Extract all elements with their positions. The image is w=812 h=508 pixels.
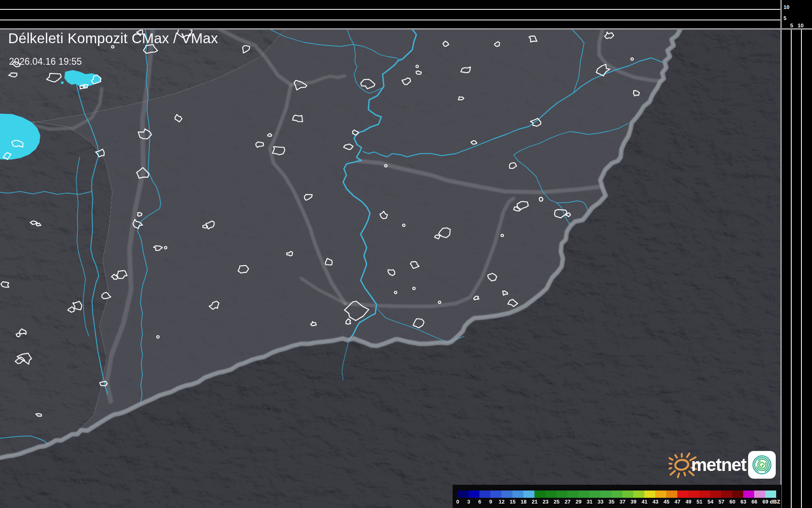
panel-divider-vertical [780,0,782,508]
dbz-color-cell [479,490,490,498]
dbz-tick-label: 9 [485,499,496,505]
dbz-tick-label: 21 [529,499,540,505]
dbz-color-cell [490,490,501,498]
metnet-logo-text: metnet [691,455,747,475]
dbz-tick-label: 35 [606,499,617,505]
hills-west [0,122,112,458]
dbz-color-cell [512,490,523,498]
dbz-tick-label: 49 [683,499,694,505]
dbz-color-cell [699,490,710,498]
dbz-color-cell [589,490,600,498]
dbz-color-cell [666,490,677,498]
dbz-tick-label: 0 [452,499,463,505]
timestamp: 2026.04.16 19:55 [9,56,82,67]
dbz-tick-label: 23 [540,499,551,505]
dbz-color-cell [501,490,512,498]
spiral-logo-badge [748,451,776,479]
dbz-tick-label: 27 [562,499,573,505]
dbz-color-cell [710,490,721,498]
height-gridline-5km-top [0,20,781,20]
dbz-tick-label: 25 [551,499,562,505]
dbz-tick-label: 41 [639,499,650,505]
dbz-color-cell [633,490,644,498]
dbz-tick-label: 47 [672,499,683,505]
dbz-color-cell [721,490,732,498]
dbz-tick-label: 12 [496,499,507,505]
dbz-color-cell [677,490,688,498]
dbz-color-cell [457,490,468,498]
right-height-projection-panel [782,0,812,508]
height-scale-label-10: 10 [784,4,789,10]
dbz-tick-label: 69 [760,499,771,505]
dbz-color-cell [523,490,534,498]
dbz-color-cell [732,490,743,498]
dbz-color-cell [534,490,545,498]
dbz-tick-label: 37 [617,499,628,505]
dbz-color-cell [600,490,611,498]
radar-composite-app: 10 5 5 10 Délkeleti Kompozit CMax / VMax… [0,0,812,508]
dbz-tick-label: 18 [518,499,529,505]
height-gridline-10km-top [0,9,781,10]
dbz-color-cell [622,490,633,498]
page-title: Délkeleti Kompozit CMax / VMax [8,30,218,46]
height-gridline-5km-right [791,29,792,508]
dbz-colorbar: dBZ 036912151821232527293133353739414345… [453,485,781,508]
dbz-color-cell [644,490,655,498]
metnet-logo: metnet [669,449,750,479]
dbz-tick-label: 63 [738,499,749,505]
height-scale-label-5: 5 [784,15,786,21]
height-scale-label-10-h: 10 [796,23,805,28]
dbz-tick-label: 57 [716,499,727,505]
dbz-tick-label: 31 [584,499,595,505]
dbz-tick-label: 60 [727,499,738,505]
dbz-color-cell [655,490,666,498]
dbz-color-cell [468,490,479,498]
sun-ring [674,459,689,471]
dbz-tick-label: 6 [474,499,485,505]
panel-divider-horizontal [0,28,812,30]
dbz-tick-label: 29 [573,499,584,505]
dbz-tick-label: 43 [650,499,661,505]
top-height-projection-panel [0,0,812,28]
dbz-color-cell [611,490,622,498]
spiral-icon [751,453,773,476]
dbz-color-cell [688,490,699,498]
dbz-tick-label: 33 [595,499,606,505]
lake-dot [61,81,63,84]
dbz-color-cell [567,490,578,498]
dbz-tick-label: 39 [628,499,639,505]
dbz-color-cell [765,490,776,498]
dbz-color-cell [556,490,567,498]
height-gridline-10km-right [801,29,802,508]
dbz-color-cell [545,490,556,498]
dbz-color-cell [743,490,754,498]
dbz-tick-label: 45 [661,499,672,505]
dbz-color-cell [754,490,765,498]
dbz-color-cell [578,490,589,498]
dbz-tick-label: 3 [463,499,474,505]
dbz-tick-label: 54 [705,499,716,505]
radar-map-svg[interactable] [0,0,812,508]
dbz-tick-label: 15 [507,499,518,505]
dbz-tick-label: 51 [694,499,705,505]
dbz-tick-label: 66 [749,499,760,505]
height-scale-label-5-h: 5 [788,23,795,28]
